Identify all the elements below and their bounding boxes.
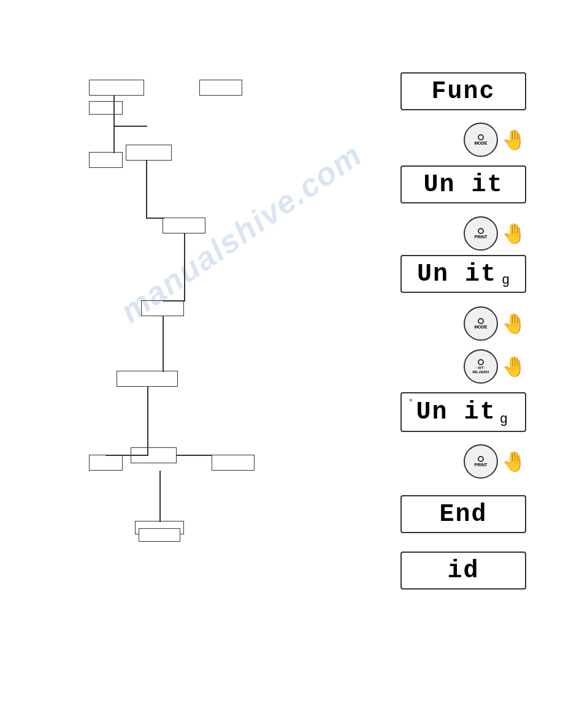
- display-unit1-text: Un it: [423, 171, 503, 199]
- flow-box-8: [117, 371, 178, 387]
- display-unit2: Un it g: [400, 255, 526, 293]
- knob-mode-2-label: MODE: [475, 325, 488, 329]
- display-func: Func: [400, 72, 526, 110]
- display-id: id: [400, 552, 526, 590]
- display-unit2-g: g: [502, 273, 510, 288]
- connector-h4: [105, 455, 147, 456]
- display-end: End: [400, 495, 526, 533]
- connector-v4: [184, 233, 185, 301]
- hand-icon-3: 🤚: [502, 312, 526, 335]
- flow-box-9c: [212, 455, 255, 471]
- flow-box-7: [141, 300, 184, 316]
- connector-v7: [159, 471, 161, 522]
- connector-v1: [113, 96, 115, 126]
- knob-rezero-label: →0/T←RE-ZERO: [473, 366, 489, 374]
- display-unit3-actual: ° Un it g: [400, 392, 526, 432]
- flow-box-5: [126, 145, 172, 161]
- display-unit2-text: Un it: [417, 260, 497, 288]
- flow-box-3: [89, 101, 123, 115]
- display-func-text: Func: [431, 78, 495, 105]
- hand-icon-1: 🤚: [502, 128, 526, 151]
- display-id-text: id: [447, 557, 479, 585]
- knob-print-2-dot: [478, 456, 484, 462]
- hand-icon-2: 🤚: [502, 222, 526, 245]
- knob-mode-1-container: MODE 🤚: [464, 123, 526, 157]
- knob-rezero[interactable]: →0/T←RE-ZERO: [464, 349, 498, 384]
- knob-print-1-container: PRINT 🤚: [464, 216, 526, 251]
- hand-icon-4: 🤚: [502, 355, 526, 378]
- connector-h5: [177, 455, 212, 456]
- display-unit3-g2: g: [500, 412, 508, 427]
- connector-v5: [163, 316, 164, 372]
- display-unit3-dot2: °: [409, 397, 413, 407]
- knob-mode-2-container: MODE 🤚: [464, 306, 526, 341]
- knob-print-1-label: PRINT: [475, 235, 488, 239]
- flow-box-2: [199, 80, 242, 96]
- connector-h3: [163, 300, 184, 301]
- knob-mode-2[interactable]: MODE: [464, 306, 498, 341]
- flow-box-1: [89, 80, 144, 96]
- knob-print-1-dot: [478, 228, 484, 234]
- connector-v3: [146, 161, 147, 219]
- connector-h2: [146, 218, 164, 219]
- knob-mode-1-label: MODE: [475, 141, 488, 145]
- knob-rezero-dot: [478, 359, 484, 365]
- flow-box-9a: [89, 455, 123, 471]
- knob-print-2[interactable]: PRINT: [464, 444, 498, 479]
- knob-print-2-container: PRINT 🤚: [464, 444, 526, 479]
- hand-icon-5: 🤚: [502, 450, 526, 473]
- display-end-text: End: [439, 501, 487, 528]
- knob-rezero-container: →0/T←RE-ZERO 🤚: [464, 349, 526, 384]
- flow-box-6: [163, 218, 205, 233]
- display-unit3-text2: Un it: [416, 398, 496, 426]
- knob-print-1[interactable]: PRINT: [464, 216, 498, 251]
- knob-print-2-label: PRINT: [475, 463, 488, 467]
- display-unit1: Un it: [400, 165, 526, 203]
- connector-v2: [113, 126, 115, 153]
- knob-mode-1[interactable]: MODE: [464, 123, 498, 157]
- knob-mode-1-dot: [478, 134, 484, 140]
- flow-box-4: [89, 152, 123, 168]
- connector-h1: [113, 126, 147, 127]
- knob-mode-2-dot: [478, 318, 484, 324]
- connector-v6: [147, 387, 148, 456]
- flow-box-10b: [139, 528, 180, 542]
